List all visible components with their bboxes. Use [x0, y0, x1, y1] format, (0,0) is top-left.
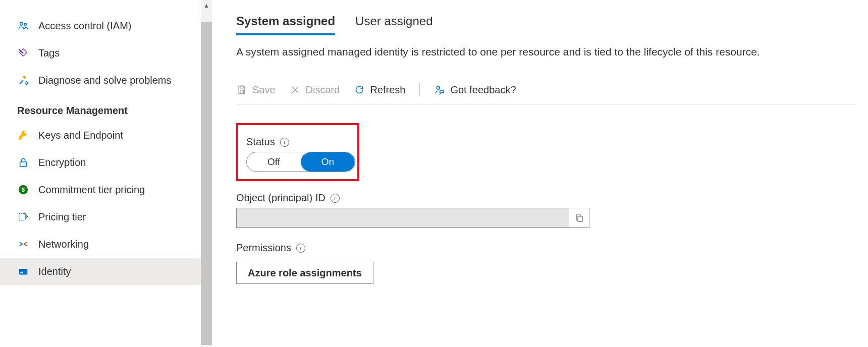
sidebar-item-label: Commitment tier pricing: [38, 184, 145, 196]
discard-button[interactable]: Discard: [290, 84, 340, 96]
toolbar-separator: [419, 83, 420, 96]
object-id-label: Object (principal) ID: [236, 192, 326, 204]
sidebar-item-label: Access control (IAM): [38, 20, 131, 32]
pricing-tier-icon: [17, 211, 29, 223]
identity-tabs: System assigned User assigned: [236, 14, 868, 35]
svg-point-1: [24, 23, 26, 25]
info-icon[interactable]: i: [296, 244, 305, 253]
status-label: Status: [246, 136, 275, 148]
save-button[interactable]: Save: [236, 84, 276, 96]
sidebar-item-label: Identity: [38, 266, 71, 277]
svg-rect-2: [20, 162, 27, 166]
object-id-input[interactable]: [237, 208, 569, 227]
refresh-button[interactable]: Refresh: [354, 84, 405, 96]
sidebar-item-label: Tags: [38, 47, 60, 59]
people-icon: [17, 20, 29, 32]
svg-rect-8: [21, 272, 23, 273]
feedback-button[interactable]: Got feedback?: [434, 84, 516, 96]
sidebar-item-label: Pricing tier: [38, 211, 86, 223]
sidebar-item-label: Diagnose and solve problems: [38, 75, 172, 86]
copy-button[interactable]: [569, 208, 589, 227]
svg-point-11: [437, 87, 440, 90]
sidebar-item-access-control[interactable]: Access control (IAM): [0, 12, 201, 39]
sidebar-item-identity[interactable]: Identity: [0, 258, 201, 285]
save-icon: [236, 84, 247, 95]
tab-system-assigned[interactable]: System assigned: [236, 14, 335, 35]
sidebar-item-commitment[interactable]: $ Commitment tier pricing: [0, 176, 201, 203]
svg-rect-7: [19, 269, 28, 270]
info-icon[interactable]: i: [331, 194, 340, 203]
object-id-section: Object (principal) ID i: [236, 192, 868, 228]
permissions-label-row: Permissions i: [236, 242, 868, 254]
feedback-label: Got feedback?: [450, 84, 516, 96]
status-toggle[interactable]: Off On: [246, 152, 355, 172]
key-icon: [17, 129, 29, 141]
scrollbar-thumb[interactable]: [201, 22, 212, 345]
sidebar-item-label: Keys and Endpoint: [38, 130, 123, 141]
status-toggle-on[interactable]: On: [301, 152, 355, 171]
tools-icon: [17, 74, 29, 86]
svg-rect-9: [240, 86, 244, 88]
status-label-row: Status i: [246, 136, 349, 148]
identity-icon: [17, 265, 29, 277]
copy-icon: [575, 213, 584, 222]
status-toggle-off[interactable]: Off: [247, 152, 301, 171]
save-label: Save: [252, 84, 276, 96]
azure-role-assignments-button[interactable]: Azure role assignments: [236, 262, 373, 284]
sidebar-item-label: Networking: [38, 239, 89, 250]
sidebar-item-encryption[interactable]: Encryption: [0, 149, 201, 176]
permissions-section: Permissions i Azure role assignments: [236, 242, 868, 284]
refresh-label: Refresh: [370, 84, 405, 96]
commitment-icon: $: [17, 184, 29, 196]
sidebar-item-tags[interactable]: Tags: [0, 39, 201, 67]
sidebar-item-pricing-tier[interactable]: Pricing tier: [0, 203, 201, 230]
tab-user-assigned[interactable]: User assigned: [355, 14, 432, 35]
networking-icon: [17, 238, 29, 250]
main-content: System assigned User assigned A system a…: [212, 0, 868, 347]
sidebar-item-keys[interactable]: Keys and Endpoint: [0, 122, 201, 149]
svg-rect-12: [578, 216, 582, 222]
tab-description: A system assigned managed identity is re…: [236, 44, 868, 59]
scrollbar-up-arrow[interactable]: ▲: [201, 0, 212, 11]
feedback-icon: [434, 84, 445, 95]
tag-icon: [17, 47, 29, 59]
svg-rect-5: [19, 214, 26, 220]
info-icon[interactable]: i: [280, 138, 289, 147]
svg-point-0: [20, 22, 23, 25]
permissions-label: Permissions: [236, 242, 291, 254]
svg-text:$: $: [22, 187, 25, 193]
discard-label: Discard: [306, 84, 340, 96]
svg-rect-10: [240, 90, 244, 94]
sidebar: ▲ Access control (IAM) Tags: [0, 0, 212, 347]
sidebar-item-diagnose[interactable]: Diagnose and solve problems: [0, 67, 201, 94]
close-icon: [290, 84, 301, 95]
lock-icon: [17, 156, 29, 168]
sidebar-item-networking[interactable]: Networking: [0, 230, 201, 258]
sidebar-item-label: Encryption: [38, 157, 86, 168]
object-id-field-wrap: [236, 208, 589, 228]
object-id-label-row: Object (principal) ID i: [236, 192, 868, 204]
status-highlight: Status i Off On: [236, 123, 359, 181]
sidebar-section-header: Resource Management: [0, 94, 201, 122]
refresh-icon: [354, 84, 365, 95]
command-bar: Save Discard Refresh Got feedback?: [236, 83, 857, 105]
